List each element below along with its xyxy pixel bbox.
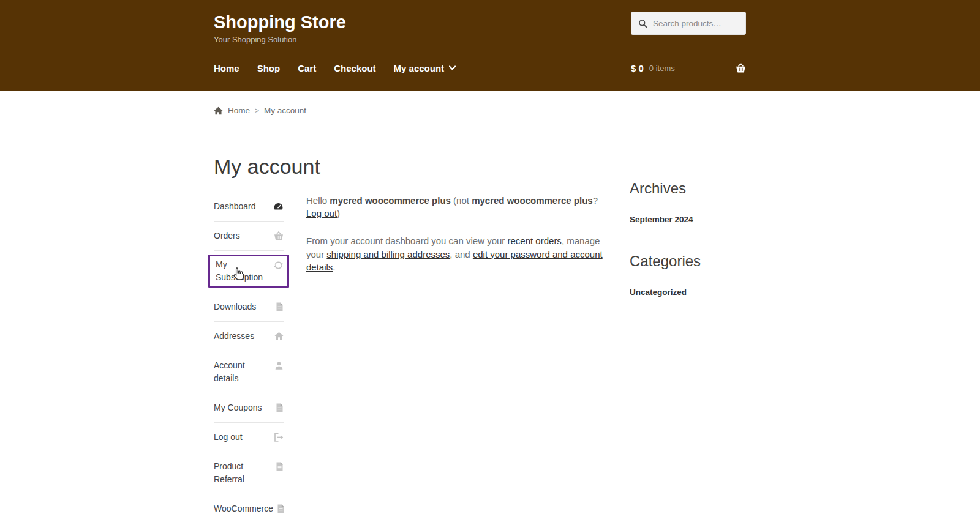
home-icon (274, 332, 284, 340)
file-icon (276, 403, 284, 412)
site-tagline: Your Shopping Solution (214, 35, 346, 44)
nav-label: Home (214, 63, 239, 73)
nav-label: Downloads (214, 300, 276, 313)
account-nav-downloads[interactable]: Downloads (214, 292, 284, 321)
greeting-text: Hello mycred woocommerce plus (not mycre… (306, 194, 612, 220)
nav-label: WooCommerce Plus (214, 502, 277, 514)
breadcrumb-home-link[interactable]: Home (228, 106, 250, 115)
nav-label: Shop (257, 63, 281, 73)
site-title[interactable]: Shopping Store (214, 12, 346, 33)
account-nav-addresses[interactable]: Addresses (214, 322, 284, 351)
nav-item-home[interactable]: Home (214, 63, 239, 73)
nav-label: My Coupons (214, 401, 276, 414)
account-nav-orders[interactable]: Orders (214, 222, 284, 250)
recent-orders-link[interactable]: recent orders (508, 236, 562, 246)
file-icon (276, 302, 284, 311)
greeting-paren: ) (337, 208, 340, 218)
nav-label: Log out (214, 431, 274, 444)
refresh-icon (274, 261, 283, 270)
chevron-down-icon (449, 65, 456, 70)
home-icon (214, 106, 223, 115)
logout-link[interactable]: Log out (306, 208, 337, 218)
sidebar-widgets: Archives September 2024 Categories Uncat… (630, 115, 746, 514)
file-icon (276, 462, 284, 471)
shipping-billing-addresses-link[interactable]: shipping and billing addresses (326, 249, 450, 259)
breadcrumb-separator: > (255, 106, 259, 115)
account-nav-account-details[interactable]: Account details (214, 351, 284, 393)
greeting-not: (not (451, 195, 472, 206)
cart-item-count: 0 items (649, 64, 675, 73)
greeting-question: ? (593, 195, 598, 206)
nav-label: Addresses (214, 330, 274, 343)
nav-item-cart[interactable]: Cart (298, 63, 316, 73)
user-icon (274, 361, 284, 370)
nav-item-shop[interactable]: Shop (257, 63, 281, 73)
greeting-username-2: mycred woocommerce plus (472, 195, 593, 206)
search-form[interactable] (631, 12, 746, 35)
basket-icon (274, 231, 284, 240)
nav-label: Cart (298, 63, 316, 73)
nav-label: Account details (214, 359, 274, 385)
nav-label: Orders (214, 229, 274, 242)
signout-icon (274, 433, 284, 442)
breadcrumb-current: My account (264, 106, 306, 115)
nav-label: Checkout (334, 63, 375, 73)
dashboard-text: . (333, 262, 335, 272)
categories-widget: Categories Uncategorized (630, 253, 746, 297)
breadcrumb: Home > My account (214, 106, 980, 115)
primary-navigation: Home Shop Cart Checkout My account $ 0 0… (214, 63, 746, 73)
greeting-username: mycred woocommerce plus (330, 195, 451, 206)
categories-title: Categories (630, 253, 746, 270)
nav-item-my-account[interactable]: My account (394, 63, 456, 73)
category-link-uncategorized[interactable]: Uncategorized (630, 288, 687, 297)
account-content: Hello mycred woocommerce plus (not mycre… (306, 192, 612, 514)
account-nav-my-coupons[interactable]: My Coupons (214, 393, 284, 422)
nav-label: Product Referral (214, 460, 276, 486)
account-nav-product-referral[interactable]: Product Referral (214, 452, 284, 494)
nav-label: Dashboard (214, 200, 273, 213)
gauge-icon (273, 202, 284, 211)
archives-widget: Archives September 2024 (630, 180, 746, 225)
site-branding: Shopping Store Your Shopping Solution (214, 12, 346, 44)
search-icon (638, 19, 647, 28)
nav-label: My Subscription (216, 258, 274, 284)
page-title: My account (214, 154, 612, 179)
file-icon (277, 504, 285, 513)
header-cart-link[interactable]: $ 0 0 items (631, 63, 746, 73)
archive-link-september-2024[interactable]: September 2024 (630, 215, 693, 224)
site-header: Shopping Store Your Shopping Solution Ho… (0, 0, 980, 91)
dashboard-text: From your account dashboard you can view… (306, 236, 508, 246)
account-nav-log-out[interactable]: Log out (214, 423, 284, 452)
account-nav-woocommerce-plus[interactable]: WooCommerce Plus (214, 494, 284, 514)
account-nav-dashboard[interactable]: Dashboard (214, 192, 284, 221)
nav-label: My account (394, 63, 445, 73)
dashboard-text: , and (450, 249, 473, 259)
greeting-hello: Hello (306, 195, 330, 206)
cart-total: $ 0 (631, 63, 644, 73)
dashboard-description: From your account dashboard you can view… (306, 234, 612, 274)
nav-item-checkout[interactable]: Checkout (334, 63, 375, 73)
search-input[interactable] (652, 18, 739, 29)
basket-icon (736, 63, 746, 73)
account-nav-my-subscription[interactable]: My Subscription (210, 256, 287, 286)
archives-title: Archives (630, 180, 746, 198)
account-navigation: Dashboard Orders (214, 192, 284, 514)
account-nav-my-subscription-highlight: My Subscription (208, 255, 289, 288)
